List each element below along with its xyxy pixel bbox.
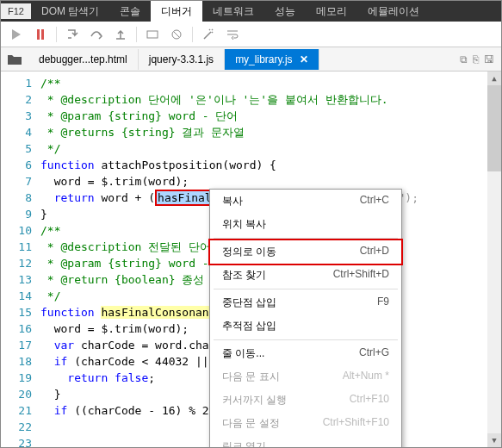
menu-item-shortcut: Ctrl+C xyxy=(360,194,389,208)
save-icon[interactable]: 🖫 xyxy=(484,53,494,65)
step-in-button[interactable] xyxy=(62,24,83,45)
menu-item-커서까지실행: 커서까지 실행Ctrl+F10 xyxy=(210,389,401,412)
line-number: 20 xyxy=(1,386,32,402)
f12-label: F12 xyxy=(1,3,31,19)
line-number: 1 xyxy=(1,75,32,91)
debugger-toolbar xyxy=(1,22,501,47)
folder-icon[interactable] xyxy=(6,51,23,68)
exception-button[interactable] xyxy=(166,24,187,45)
line-number: 21 xyxy=(1,402,32,419)
code-line: /** xyxy=(40,75,501,91)
menu-item-shortcut: Ctrl+D xyxy=(360,245,389,259)
separator xyxy=(192,27,193,42)
line-number: 2 xyxy=(1,91,32,108)
menu-item-shortcut: Ctrl+F10 xyxy=(350,393,389,408)
tab-console[interactable]: 콘솔 xyxy=(109,1,151,22)
menu-item-shortcut: Ctrl+G xyxy=(359,346,389,361)
file-tab-label: jquery-3.3.1.js xyxy=(149,53,214,65)
pretty-print-button[interactable] xyxy=(198,24,219,45)
menu-item-복사[interactable]: 복사Ctrl+C xyxy=(210,190,401,213)
break-new-worker-button[interactable] xyxy=(142,24,163,45)
step-in-icon xyxy=(65,28,79,41)
separator xyxy=(136,27,137,42)
code-line: function attachPostposition(word) { xyxy=(40,157,501,173)
file-tab-1[interactable]: jquery-3.3.1.js xyxy=(139,49,225,70)
vertical-scrollbar[interactable]: ▲ ▼ xyxy=(487,72,501,447)
play-icon xyxy=(12,29,21,40)
file-tab-label: my_library.js xyxy=(235,53,292,65)
line-number: 17 xyxy=(1,337,32,353)
pause-icon xyxy=(37,29,44,40)
line-gutter: 1234567891011121314151617181920212223242… xyxy=(1,72,40,447)
menu-item-label: 복사 xyxy=(222,194,243,208)
line-number: 14 xyxy=(1,288,32,304)
line-number: 10 xyxy=(1,222,32,239)
file-tabs-bar: debugger...tep.html jquery-3.3.1.js my_l… xyxy=(1,47,501,72)
menu-item-label: 정의로 이동 xyxy=(222,245,276,259)
menu-item-label: 링크 열기 xyxy=(222,439,266,448)
separator xyxy=(56,27,57,42)
menu-item-shortcut: Ctrl+Shift+D xyxy=(333,268,389,283)
continue-button[interactable] xyxy=(6,24,27,45)
file-tab-0[interactable]: debugger...tep.html xyxy=(28,49,139,70)
tab-emulation[interactable]: 에뮬레이션 xyxy=(357,1,430,22)
code-line: */ xyxy=(40,140,501,157)
menu-item-label: 커서까지 실행 xyxy=(222,393,287,408)
line-number: 23 xyxy=(1,435,32,447)
menu-item-정의로이동[interactable]: 정의로 이동Ctrl+D xyxy=(208,239,403,265)
step-over-icon xyxy=(90,28,103,41)
menu-separator xyxy=(214,339,398,340)
step-out-button[interactable] xyxy=(110,24,131,45)
line-number: 15 xyxy=(1,304,32,320)
line-number: 22 xyxy=(1,419,32,435)
tab-dom-explorer[interactable]: DOM 탐색기 xyxy=(31,1,109,22)
menu-item-링크열기: 링크 열기 xyxy=(210,435,401,448)
menu-item-위치복사[interactable]: 위치 복사 xyxy=(210,213,401,236)
line-number: 13 xyxy=(1,271,32,288)
close-tab-icon[interactable]: ✕ xyxy=(300,53,308,65)
tab-memory[interactable]: 메모리 xyxy=(306,1,357,22)
line-number: 18 xyxy=(1,353,32,370)
code-line: word = $.trim(word); xyxy=(40,173,501,190)
matching-identifier: hasFinalConsonant xyxy=(101,306,215,319)
pause-button[interactable] xyxy=(30,24,51,45)
file-tabs-right-icons: ⧉ ⎘ 🖫 xyxy=(460,53,501,65)
line-number: 19 xyxy=(1,370,32,386)
sourcemap-icon[interactable]: ⎘ xyxy=(473,53,479,65)
line-number: 3 xyxy=(1,108,32,124)
line-number: 7 xyxy=(1,173,32,190)
menu-item-다음문표시: 다음 문 표시Alt+Num * xyxy=(210,365,401,389)
line-number: 8 xyxy=(1,190,32,206)
menu-item-다음문설정: 다음 문 설정Ctrl+Shift+F10 xyxy=(210,412,401,435)
file-tab-2[interactable]: my_library.js ✕ xyxy=(225,49,319,70)
line-number: 5 xyxy=(1,140,32,157)
word-wrap-button[interactable] xyxy=(222,24,243,45)
menu-item-label: 위치 복사 xyxy=(222,217,266,232)
code-line: * @param {string} word - 단어 xyxy=(40,108,501,124)
scroll-thumb[interactable] xyxy=(487,85,501,171)
compare-icon[interactable]: ⧉ xyxy=(460,53,468,65)
menu-item-중단점삽입[interactable]: 중단점 삽입F9 xyxy=(210,291,401,314)
menu-separator xyxy=(214,289,398,289)
line-number: 16 xyxy=(1,320,32,337)
step-over-button[interactable] xyxy=(86,24,107,45)
code-line: * @returns {string} 결과 문자열 xyxy=(40,124,501,140)
menu-item-줄이동[interactable]: 줄 이동...Ctrl+G xyxy=(210,342,401,365)
tab-performance[interactable]: 성능 xyxy=(264,1,306,22)
worker-icon xyxy=(146,28,159,41)
scroll-up-button[interactable]: ▲ xyxy=(487,72,501,85)
line-number: 11 xyxy=(1,239,32,255)
step-out-icon xyxy=(114,28,127,41)
exception-icon xyxy=(170,28,183,41)
menu-item-label: 다음 문 표시 xyxy=(222,370,280,384)
scroll-down-button[interactable]: ▼ xyxy=(487,433,501,447)
line-number: 9 xyxy=(1,206,32,222)
menu-item-참조찾기[interactable]: 참조 찾기Ctrl+Shift+D xyxy=(210,264,401,287)
tab-network[interactable]: 네트워크 xyxy=(202,1,264,22)
menu-item-shortcut: Ctrl+Shift+F10 xyxy=(323,416,389,431)
file-tab-label: debugger...tep.html xyxy=(39,53,127,65)
wrap-icon xyxy=(226,28,239,41)
menu-item-label: 다음 문 설정 xyxy=(222,416,280,431)
menu-item-추적점삽입[interactable]: 추적점 삽입 xyxy=(210,314,401,338)
tab-debugger[interactable]: 디버거 xyxy=(151,1,202,22)
